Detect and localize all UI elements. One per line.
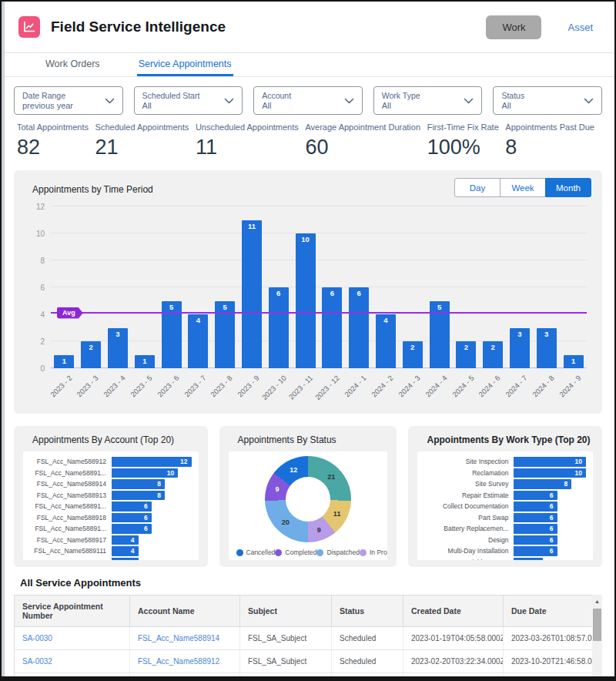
hbar-part-swap[interactable]: 6 bbox=[514, 513, 557, 523]
time-bar-2023-9[interactable]: 11 bbox=[242, 220, 262, 369]
hbar-row-site-survey: Site Survey8 bbox=[420, 479, 586, 489]
time-bar-2023-11[interactable]: 10 bbox=[296, 233, 316, 368]
status-donut[interactable] bbox=[265, 456, 351, 542]
hbar-field-connect[interactable]: 4 bbox=[514, 558, 542, 561]
time-bar-2023-12[interactable]: 6 bbox=[322, 287, 342, 368]
number-link[interactable]: SA-0030 bbox=[22, 634, 52, 642]
chevron-down-icon bbox=[464, 98, 474, 104]
column-header-subject[interactable]: Subject bbox=[240, 595, 332, 627]
filter-text: StatusAll bbox=[501, 91, 581, 111]
period-day-button[interactable]: Day bbox=[454, 178, 500, 197]
column-header-created-date[interactable]: Created Date bbox=[403, 595, 504, 627]
time-bar-2024-7[interactable]: 3 bbox=[510, 328, 530, 369]
donut-segment-value: 12 bbox=[290, 466, 297, 474]
hbar-site-inspection[interactable]: 10 bbox=[514, 457, 586, 467]
column-header-service-appointment-number[interactable]: Service Appointment Number bbox=[15, 595, 130, 627]
time-bar-2023-5[interactable]: 1 bbox=[135, 355, 155, 368]
legend-item-in-progress[interactable]: In Progress bbox=[360, 548, 387, 556]
x-axis-tick-label: 2023 - 11 bbox=[287, 374, 315, 401]
table-scrollbar[interactable]: ▲ bbox=[592, 595, 602, 681]
hbar-fsl-acc-name588918[interactable]: 6 bbox=[112, 513, 152, 523]
bar-value-label: 6 bbox=[357, 289, 361, 297]
time-bar-2024-4[interactable]: 5 bbox=[430, 301, 450, 369]
legend-dot bbox=[316, 549, 323, 556]
hbar-track: 4 bbox=[112, 558, 192, 561]
period-month-button[interactable]: Month bbox=[545, 178, 591, 197]
hbar-value-label: 4 bbox=[535, 559, 543, 560]
hbar-category-label: FSL_Acc_Name588910 bbox=[26, 559, 112, 560]
time-bar-2023-6[interactable]: 5 bbox=[162, 301, 182, 369]
hbar-repair-estimate[interactable]: 6 bbox=[514, 491, 557, 501]
hbar-design[interactable]: 6 bbox=[514, 535, 557, 545]
time-bar-2023-4[interactable]: 3 bbox=[108, 328, 128, 369]
hbar-reclamation[interactable]: 10 bbox=[514, 468, 586, 478]
hbar-track: 6 bbox=[514, 513, 586, 523]
hbar-value-label: 4 bbox=[131, 547, 139, 555]
time-bar-2023-8[interactable]: 5 bbox=[215, 301, 235, 369]
hbar-fsl-acc-name588910[interactable]: 4 bbox=[112, 558, 139, 561]
time-bar-2024-6[interactable]: 2 bbox=[483, 341, 503, 368]
hbar-fsl-acc-name5889111[interactable]: 4 bbox=[112, 546, 139, 556]
time-bar-2023-3[interactable]: 2 bbox=[81, 341, 101, 368]
hbar-battery-replacemen[interactable]: 6 bbox=[514, 524, 557, 534]
time-bar-2024-3[interactable]: 2 bbox=[403, 341, 423, 368]
period-week-button[interactable]: Week bbox=[500, 178, 546, 197]
hbar-fsl-acc-name588917[interactable]: 4 bbox=[112, 535, 139, 545]
bar-value-label: 11 bbox=[248, 222, 256, 230]
hbar-track: 4 bbox=[514, 558, 586, 561]
hbar-fsl-acc-name588913[interactable]: 8 bbox=[112, 491, 165, 501]
filter-scheduled-start[interactable]: Scheduled StartAll bbox=[134, 86, 243, 115]
column-header-account-name[interactable]: Account Name bbox=[130, 595, 240, 627]
time-bar-2024-2[interactable]: 4 bbox=[376, 314, 396, 368]
x-axis-tick-label: 2023 - 4 bbox=[102, 374, 126, 398]
filter-date-range[interactable]: Date Rangeprevious year bbox=[14, 86, 123, 115]
time-bar-2024-5[interactable]: 2 bbox=[456, 341, 476, 368]
number-link[interactable]: SA-0032 bbox=[22, 657, 52, 666]
filter-work-type[interactable]: Work TypeAll bbox=[373, 86, 483, 115]
scrollbar-thumb[interactable] bbox=[593, 609, 601, 641]
hbar-track: 6 bbox=[514, 524, 586, 534]
hbar-row-fsl-acc-name588912: FSL_Acc_Name58891212 bbox=[26, 457, 192, 467]
time-bar-2024-9[interactable]: 1 bbox=[564, 355, 584, 368]
filter-account[interactable]: AccountAll bbox=[253, 86, 363, 115]
time-bar-2023-7[interactable]: 4 bbox=[188, 314, 208, 368]
hbar-track: 6 bbox=[514, 546, 586, 556]
hbar-collect-documentation[interactable]: 6 bbox=[514, 502, 557, 512]
time-bar-2023-10[interactable]: 6 bbox=[269, 287, 289, 368]
hbar-fsl-acc-name588912[interactable]: 12 bbox=[112, 457, 192, 467]
hbar-site-survey[interactable]: 8 bbox=[514, 479, 571, 489]
filter-status[interactable]: StatusAll bbox=[493, 86, 602, 115]
filter-label: Status bbox=[501, 91, 581, 101]
time-bar-2023-2[interactable]: 1 bbox=[54, 355, 74, 368]
column-header-status[interactable]: Status bbox=[332, 595, 403, 627]
hbar-category-label: Part Swap bbox=[420, 514, 514, 522]
hbar-category-label: Multi-Day Installation bbox=[420, 547, 514, 555]
hbar-fsl-acc-name588914[interactable]: 8 bbox=[112, 479, 165, 489]
hbar-fsl-acc-name58891[interactable]: 10 bbox=[112, 468, 178, 478]
donut-segment-value: 11 bbox=[333, 510, 341, 518]
legend-item-cancelled[interactable]: Cancelled bbox=[236, 548, 276, 556]
account-link[interactable]: FSL_Acc_Name588914 bbox=[138, 634, 219, 642]
work-toggle-button[interactable]: Work bbox=[486, 15, 541, 39]
asset-toggle-button[interactable]: Asset bbox=[563, 18, 598, 36]
hbar-fsl-acc-name58891[interactable]: 6 bbox=[112, 524, 152, 534]
bar-value-label: 1 bbox=[62, 357, 66, 365]
account-link[interactable]: FSL_Acc_Name588912 bbox=[138, 657, 219, 666]
hbar-value-label: 6 bbox=[550, 502, 557, 510]
hbar-multi-day-installation[interactable]: 6 bbox=[514, 546, 557, 556]
legend-item-completed[interactable]: Completed bbox=[275, 548, 316, 556]
kpi-value: 11 bbox=[196, 136, 299, 159]
time-bar-2024-8[interactable]: 3 bbox=[537, 328, 557, 369]
time-bar-2024-1[interactable]: 6 bbox=[349, 287, 369, 368]
tab-service-appointments[interactable]: Service Appointments bbox=[137, 53, 233, 76]
hbar-row-collect-documentation: Collect Documentation6 bbox=[420, 502, 586, 512]
appointments-table-wrap: Service Appointment NumberAccount NameSu… bbox=[14, 595, 602, 681]
kpi-label: Average Appointment Duration bbox=[305, 122, 420, 132]
hbar-fsl-acc-name58891[interactable]: 6 bbox=[112, 502, 152, 512]
hbar-value-label: 6 bbox=[144, 525, 152, 532]
scroll-up-arrow-icon[interactable]: ▲ bbox=[592, 595, 602, 607]
column-header-due-date[interactable]: Due Date bbox=[504, 595, 595, 627]
bar-value-label: 3 bbox=[517, 330, 521, 338]
tab-work-orders[interactable]: Work Orders bbox=[44, 53, 102, 76]
legend-item-dispatched[interactable]: Dispatched bbox=[316, 548, 360, 556]
